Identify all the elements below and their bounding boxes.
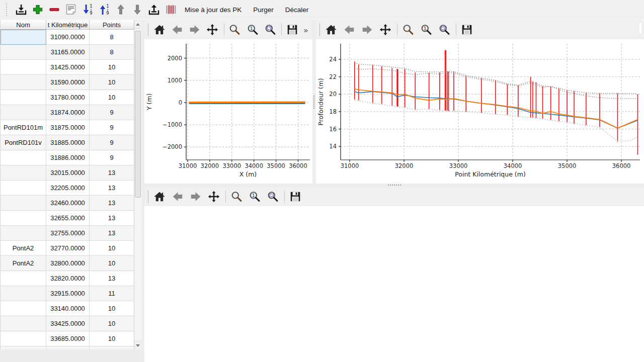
cell-pts[interactable]: 10 — [90, 60, 134, 75]
cell-pts[interactable]: 13 — [90, 226, 134, 241]
zoom-one-button[interactable]: 1 — [420, 23, 433, 36]
cell-nom[interactable] — [1, 286, 46, 301]
cell-pts[interactable]: 13 — [90, 196, 134, 211]
pan-button[interactable] — [379, 23, 392, 36]
splitter-horizontal[interactable] — [144, 184, 644, 187]
home-button[interactable] — [153, 23, 166, 36]
xy-plot-canvas[interactable]: 310003200033000340003500036000−2000−1000… — [144, 39, 312, 184]
cell-pts[interactable]: 10 — [90, 75, 134, 90]
zoom-rect-button[interactable] — [438, 23, 451, 36]
cell-nom[interactable]: PontA2 — [1, 241, 46, 256]
zoom-button[interactable] — [228, 23, 241, 36]
column-header-nom[interactable]: Nom — [1, 20, 46, 30]
cell-nom[interactable] — [1, 196, 46, 211]
cell-nom[interactable] — [1, 211, 46, 226]
profile-plot-canvas[interactable]: 3100032000330003400035000360001416182022… — [316, 39, 644, 184]
forward-button[interactable] — [361, 23, 374, 36]
cell-pk[interactable]: 32205.0000 — [46, 180, 90, 196]
update-pk-button[interactable]: Mise à jour des PK — [179, 2, 247, 18]
cell-pk[interactable]: 32460.0000 — [46, 196, 90, 211]
cell-pk[interactable]: 31165.0000 — [46, 45, 90, 60]
cell-pts[interactable]: 13 — [90, 271, 134, 286]
move-down-button[interactable] — [129, 2, 145, 18]
cell-pk[interactable]: 32015.0000 — [46, 165, 90, 180]
xy-plot[interactable]: 310003200033000340003500036000−2000−1000… — [144, 39, 312, 184]
cell-pk[interactable] — [46, 346, 90, 349]
cell-pk[interactable]: 31874.0000 — [46, 105, 90, 120]
forward-button[interactable] — [188, 23, 201, 36]
home-button[interactable] — [153, 190, 166, 203]
cell-pk[interactable]: 31090.0000 — [46, 30, 90, 45]
pan-button[interactable] — [207, 190, 220, 203]
zoom-rect-button[interactable] — [264, 23, 276, 36]
sort-descending-button[interactable]: 19 — [96, 2, 112, 18]
cell-pk[interactable]: 31590.0000 — [46, 75, 90, 90]
cell-pk[interactable]: 33685.0000 — [46, 331, 90, 346]
back-button[interactable] — [343, 23, 356, 36]
cell-nom[interactable] — [1, 316, 46, 331]
cell-pk[interactable]: 32770.0000 — [46, 241, 90, 256]
toolbar-grip[interactable] — [6, 3, 10, 16]
cell-pts[interactable]: 11 — [90, 286, 134, 301]
pan-button[interactable] — [206, 23, 219, 36]
cell-pk[interactable]: 31875.0000 — [46, 120, 90, 135]
cell-nom[interactable] — [1, 75, 46, 90]
zoom-button[interactable] — [230, 190, 243, 203]
cell-pk[interactable]: 32655.0000 — [46, 211, 90, 226]
cell-pts[interactable]: 13 — [90, 165, 134, 180]
save-button[interactable] — [286, 23, 298, 36]
scroll-down-button[interactable] — [134, 341, 141, 349]
cell-nom[interactable] — [1, 30, 46, 45]
cell-nom[interactable] — [1, 331, 46, 346]
cell-pts[interactable]: 10 — [90, 241, 134, 256]
cell-pts[interactable]: 8 — [90, 45, 134, 60]
zoom-rect-button[interactable] — [266, 190, 279, 203]
notes-button[interactable] — [63, 2, 79, 18]
profile-plot[interactable]: 3100032000330003400035000360001416182022… — [316, 39, 644, 184]
cell-pk[interactable]: 32800.0000 — [46, 256, 90, 271]
purge-button[interactable]: Purger — [248, 2, 279, 18]
zoom-button[interactable] — [401, 23, 415, 36]
cell-pts[interactable]: 13 — [90, 211, 134, 226]
cell-nom[interactable]: PontRD101v — [1, 135, 46, 150]
export-button[interactable] — [146, 2, 162, 18]
table-scrollbar[interactable] — [134, 20, 141, 349]
save-button[interactable] — [289, 190, 302, 203]
cell-pk[interactable]: 31425.0000 — [46, 60, 90, 75]
cell-nom[interactable] — [1, 180, 46, 196]
save-button[interactable] — [460, 23, 473, 36]
cell-pts[interactable]: 9 — [90, 150, 134, 165]
toolbar-overflow-button[interactable]: » — [304, 26, 308, 34]
add-section-button[interactable] — [30, 2, 46, 18]
zoom-one-button[interactable]: 1 — [248, 190, 261, 203]
cell-nom[interactable] — [1, 346, 46, 349]
move-up-button[interactable] — [113, 2, 129, 18]
cell-pk[interactable]: 33140.0000 — [46, 301, 90, 316]
column-header-points[interactable]: Points — [90, 20, 134, 30]
sort-ascending-button[interactable]: 19 — [79, 2, 96, 18]
bottom-plot-canvas[interactable] — [144, 206, 644, 362]
remove-section-button[interactable] — [46, 2, 62, 18]
cell-nom[interactable] — [1, 105, 46, 120]
cell-pk[interactable]: 33425.0000 — [46, 316, 90, 331]
import-button[interactable] — [13, 2, 29, 18]
cell-nom[interactable] — [1, 60, 46, 75]
cell-pts[interactable]: 9 — [90, 105, 134, 120]
cell-pts[interactable]: 10 — [90, 301, 134, 316]
profiles-button[interactable] — [163, 2, 179, 18]
back-button[interactable] — [171, 190, 184, 203]
cell-pts[interactable] — [90, 346, 134, 349]
scroll-up-button[interactable] — [134, 20, 141, 29]
cell-pts[interactable]: 8 — [90, 30, 134, 45]
back-button[interactable] — [171, 23, 183, 36]
cell-nom[interactable] — [1, 150, 46, 165]
cell-nom[interactable] — [1, 226, 46, 241]
cell-pk[interactable]: 32755.0000 — [46, 226, 90, 241]
cell-pts[interactable]: 10 — [90, 331, 134, 346]
cell-pk[interactable]: 31885.0000 — [46, 135, 90, 150]
cell-pk[interactable]: 32820.0000 — [46, 271, 90, 286]
cell-pts[interactable]: 10 — [90, 256, 134, 271]
zoom-one-button[interactable]: 1 — [246, 23, 259, 36]
cell-pts[interactable]: 9 — [90, 120, 134, 135]
cell-pts[interactable]: 10 — [90, 316, 134, 331]
